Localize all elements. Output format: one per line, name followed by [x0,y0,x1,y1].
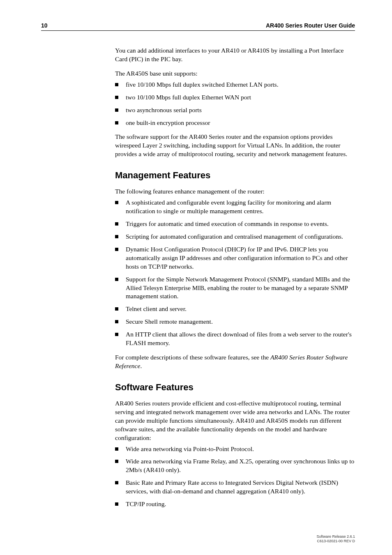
page-header: 10 AR400 Series Router User Guide [41,22,355,31]
list-item: two asynchronous serial ports [115,106,355,115]
list-item: A sophisticated and configurable event l… [115,198,355,216]
software-paragraph-1: AR400 Series routers provide efficient a… [115,399,355,442]
page-number: 10 [41,22,48,29]
intro-paragraph-1: You can add additional interfaces to you… [115,46,355,64]
list-item: two 10/100 Mbps full duplex Ethernet WAN… [115,93,355,102]
intro-paragraph-2: The AR450S base unit supports: [115,69,355,78]
management-paragraph-2: For complete descriptions of these softw… [115,353,355,371]
list-item: Basic Rate and Primary Rate access to In… [115,479,355,496]
footer-docid: C613-02021-00 REV D [316,539,355,543]
list-item: five 10/100 Mbps full duplex switched Et… [115,81,355,89]
software-bullet-list: Wide area networking via Point-to-Point … [115,445,355,509]
header-title: AR400 Series Router User Guide [266,22,355,29]
list-item: Telnet client and server. [115,305,355,313]
list-item: Secure Shell remote management. [115,318,355,326]
list-item: TCP/IP routing. [115,500,355,509]
management-paragraph-1: The following features enhance managemen… [115,187,355,196]
text-run: . [140,362,142,369]
list-item: Triggers for automatic and timed executi… [115,220,355,228]
text-run: For complete descriptions of these softw… [115,354,270,361]
list-item: Wide area networking via Point-to-Point … [115,445,355,454]
page-footer: Software Release 2.6.1 C613-02021-00 REV… [316,534,355,544]
list-item: An HTTP client that allows the direct do… [115,330,355,348]
list-item: one built-in encryption processor [115,119,355,127]
management-bullet-list: A sophisticated and configurable event l… [115,198,355,348]
page: 10 AR400 Series Router User Guide You ca… [0,0,392,555]
management-features-heading: Management Features [115,170,355,181]
intro-bullet-list: five 10/100 Mbps full duplex switched Et… [115,81,355,127]
list-item: Support for the Simple Network Managemen… [115,275,355,301]
footer-release: Software Release 2.6.1 [316,534,355,539]
software-features-heading: Software Features [115,382,355,393]
intro-paragraph-3: The software support for the AR400 Serie… [115,133,355,159]
list-item: Wide area networking via Frame Relay, an… [115,457,355,474]
list-item: Dynamic Host Configuration Protocol (DHC… [115,245,355,271]
list-item: Scripting for automated configuration an… [115,233,355,241]
content-column: You can add additional interfaces to you… [115,46,355,509]
